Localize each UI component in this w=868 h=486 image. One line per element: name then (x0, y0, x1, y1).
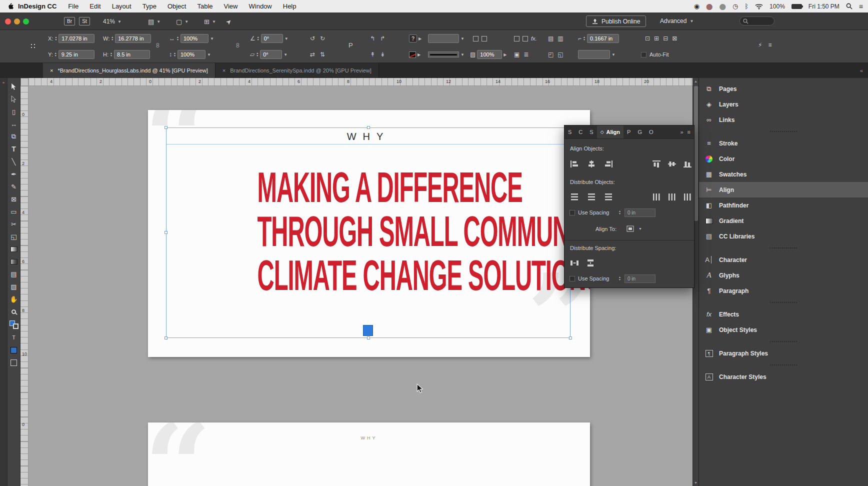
menu-help[interactable]: Help (278, 2, 302, 10)
menu-type[interactable]: Type (137, 2, 162, 10)
apply-color-button[interactable] (8, 345, 19, 355)
menu-file[interactable]: File (62, 2, 84, 10)
distribute-horizontal-center-button[interactable] (665, 192, 679, 202)
battery-icon[interactable] (792, 4, 802, 9)
tab-gradient[interactable]: G (634, 126, 646, 138)
document-page-2[interactable]: “ WHY (148, 422, 590, 486)
frame-handle-mid-left[interactable] (164, 231, 168, 234)
bluetooth-icon[interactable]: ᛒ (744, 3, 748, 10)
tab-swatches[interactable]: S (586, 126, 596, 138)
align-to-dropdown[interactable] (624, 224, 638, 234)
flip-vertical-icon[interactable]: ⇅ (320, 51, 325, 58)
fx-menu-button[interactable]: fx. (531, 36, 537, 42)
line-tool[interactable]: ╲ (8, 156, 19, 166)
align-vertical-center-button[interactable] (665, 159, 679, 169)
dock-item-object-styles[interactable]: ▣ Object Styles (699, 322, 868, 338)
scissors-tool[interactable]: ✂ (8, 219, 19, 229)
fill-stroke-proxy[interactable] (8, 319, 19, 330)
direct-selection-tool[interactable] (8, 94, 19, 104)
gradient-swatch-tool[interactable] (8, 244, 19, 254)
dock-item-paragraph-styles[interactable]: ¶ Paragraph Styles (699, 346, 868, 361)
zoom-tool[interactable] (8, 306, 19, 316)
chevron-right-icon[interactable]: ▶ (504, 52, 506, 57)
document-page-1[interactable]: “ ” WHY MAKING A DIFFERENCE THROUGH SMAL… (148, 110, 590, 357)
text-wrap-off-icon[interactable]: ▤ (548, 35, 554, 42)
chevron-down-icon[interactable]: ▼ (612, 52, 616, 57)
quick-apply-icon[interactable]: ⚡ (758, 42, 762, 48)
zoom-level-dropdown[interactable]: 41% ▼ (103, 16, 122, 26)
autofit-checkbox[interactable] (641, 52, 646, 58)
rotation-field[interactable]: 0° (261, 34, 283, 43)
stepper-icon[interactable]: ▲▼ (256, 52, 258, 57)
rectangle-tool[interactable]: ▭ (8, 206, 19, 216)
frame-handle-bottom-center[interactable] (367, 336, 370, 340)
gpu-performance-indicator[interactable]: ➤ (226, 16, 232, 26)
selected-text-frame[interactable]: WHY MAKING A DIFFERENCE THROUGH SMALL CO… (166, 128, 570, 338)
distribute-right-button[interactable] (680, 192, 694, 202)
distribute-top-button[interactable] (568, 192, 582, 202)
stepper-icon[interactable]: ▲▼ (618, 276, 621, 281)
stepper-icon[interactable]: ▲▼ (111, 36, 114, 41)
effects-icon[interactable]: ▣ (514, 51, 520, 58)
menu-object[interactable]: Object (162, 2, 192, 10)
scrollbar-thumb[interactable] (694, 86, 698, 221)
screen-mode-button[interactable] (8, 358, 19, 368)
stepper-icon[interactable]: ▲▼ (176, 36, 179, 41)
rotate-ccw-icon[interactable]: ↺ (310, 35, 315, 42)
scale-x-field[interactable]: 100% (180, 34, 208, 43)
hand-tool[interactable]: ✋ (8, 294, 19, 304)
pen-tool[interactable]: ✒ (8, 169, 19, 179)
note-tool[interactable]: ▤ (8, 269, 19, 279)
menu-edit[interactable]: Edit (84, 2, 106, 10)
distribute-bottom-button[interactable] (602, 192, 616, 202)
stroke-weight-field[interactable] (428, 34, 459, 43)
distribute-left-button[interactable] (650, 192, 664, 202)
gradient-feather-tool[interactable] (8, 256, 19, 266)
formatting-affects-text-toggle[interactable]: T (8, 332, 19, 342)
menu-app-name[interactable]: InDesign CC (14, 2, 62, 10)
horizontal-ruler[interactable]: 4 2 0 2 4 6 8 10 12 14 16 18 20 (28, 78, 692, 86)
opacity-field[interactable]: 100% (477, 50, 502, 59)
document-tab-inactive[interactable]: × BrandDirections_SerenitySpa.indd @ 20%… (216, 63, 379, 78)
chevron-down-icon[interactable]: ▼ (284, 36, 288, 41)
status-circle-icon-1[interactable]: ⬤ (706, 4, 712, 10)
align-right-button[interactable] (602, 159, 616, 169)
stock-button[interactable]: St (79, 17, 90, 26)
x-position-field[interactable]: 17.0278 in (58, 34, 94, 43)
stepper-icon[interactable]: ▲▼ (54, 36, 57, 41)
stepper-icon[interactable]: ▲▼ (618, 210, 621, 215)
bridge-button[interactable]: Br (64, 17, 75, 26)
wifi-icon[interactable] (755, 4, 763, 10)
corner-shape-field[interactable] (578, 50, 610, 59)
tab-pathfinder[interactable]: P (624, 126, 634, 138)
notification-center-icon[interactable]: ≡ (859, 3, 863, 10)
frame-fitting-proportional-icon[interactable]: ⊠ (672, 35, 677, 42)
rectangle-frame-tool[interactable]: ⊠ (8, 194, 19, 204)
dock-item-align[interactable]: ⊨ Align (699, 182, 868, 198)
spacing-value-field[interactable]: 0 in (624, 208, 656, 217)
scale-y-field[interactable]: 100% (178, 50, 206, 59)
frame-handle-top-left[interactable] (164, 126, 168, 129)
chevron-down-icon[interactable]: ▼ (207, 52, 211, 57)
frame-handle-bottom-right[interactable] (569, 336, 572, 340)
dock-item-paragraph[interactable]: ¶ Paragraph (699, 283, 868, 298)
publish-online-button[interactable]: Publish Online (586, 16, 646, 27)
select-container-icon[interactable]: ↰ (370, 35, 375, 42)
chevron-down-icon[interactable]: ▼ (638, 227, 642, 230)
distribute-vertical-center-button[interactable] (584, 192, 598, 202)
scroll-down-icon[interactable]: ▼ (693, 481, 698, 484)
color-theme-tool[interactable]: ▨ (8, 282, 19, 292)
dock-item-links[interactable]: ∞ Links (699, 112, 868, 128)
apple-menu[interactable] (7, 2, 14, 10)
chevron-right-icon[interactable]: ▶ (418, 36, 422, 41)
transparency-icon[interactable]: ≣ (524, 51, 528, 58)
dock-item-character-styles[interactable]: A Character Styles (699, 369, 868, 384)
panel-menu-icon[interactable]: ≡ (688, 129, 690, 135)
dock-item-gradient[interactable]: Gradient (699, 213, 868, 228)
dock-item-color[interactable]: Color (699, 151, 868, 166)
tab-stroke[interactable]: S (564, 126, 575, 138)
ruler-origin-corner[interactable] (20, 78, 28, 86)
dock-item-cc-libraries[interactable]: ▤ CC Libraries (699, 228, 868, 244)
chevron-down-icon[interactable]: ▼ (460, 36, 464, 41)
screen-record-icon[interactable]: ◉ (694, 3, 700, 10)
